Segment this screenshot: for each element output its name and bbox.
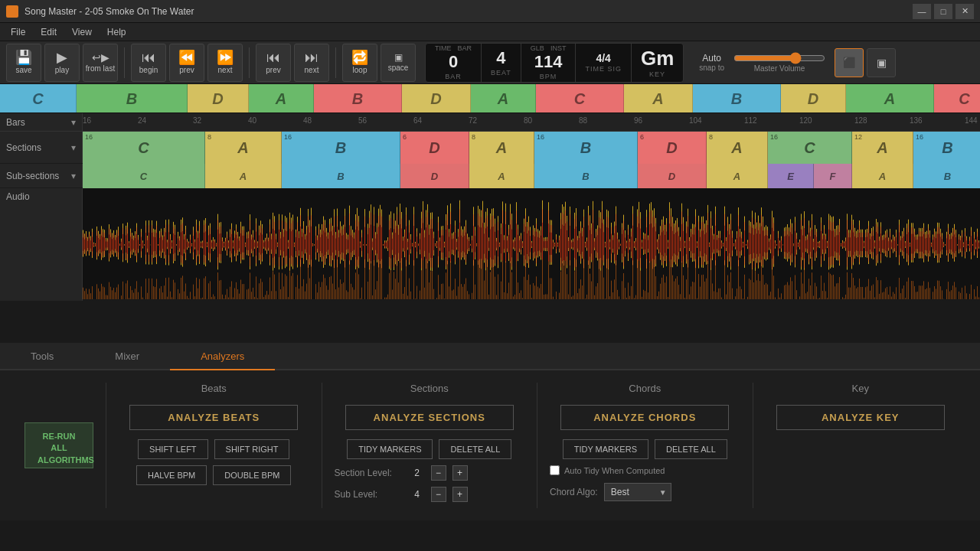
double-bpm-button[interactable]: DOUBLE BPM bbox=[213, 465, 291, 485]
save-button[interactable]: 💾 save bbox=[6, 44, 41, 82]
menu-file[interactable]: File bbox=[3, 25, 33, 39]
menu-edit[interactable]: Edit bbox=[33, 25, 64, 39]
transport-display: TIME BAR 0 BAR 4 BEAT GLB INST 114 BPM 4… bbox=[425, 43, 684, 83]
next-label: next bbox=[218, 66, 233, 74]
subsection-seg-7[interactable]: A bbox=[707, 164, 768, 188]
sections-label-text: Sections bbox=[6, 142, 41, 153]
prev2-button[interactable]: ⏮ prev bbox=[256, 44, 291, 82]
begin-button[interactable]: ⏮ begin bbox=[131, 44, 166, 82]
minimize-button[interactable]: — bbox=[913, 4, 931, 19]
sections-action-row: TIDY MARKERS DELETE ALL bbox=[347, 439, 511, 459]
tab-tools[interactable]: Tools bbox=[0, 343, 84, 370]
tidy-markers-sections-button[interactable]: TIDY MARKERS bbox=[347, 439, 433, 459]
section-seg-6[interactable]: 6D bbox=[638, 132, 707, 164]
subsection-seg-2[interactable]: B bbox=[282, 164, 400, 188]
chords-title: Chords bbox=[629, 383, 661, 394]
section-seg-label-2: B bbox=[335, 139, 346, 157]
section-seg-2[interactable]: 16B bbox=[282, 132, 400, 164]
section-seg-7[interactable]: 8A bbox=[707, 132, 768, 164]
auto-tidy-label: Auto Tidy When Computed bbox=[564, 466, 665, 475]
tab-analyzers[interactable]: Analyzers bbox=[170, 343, 275, 370]
bottom-view-button[interactable]: ⬛ bbox=[835, 48, 864, 77]
vol-label: Master Volume bbox=[754, 64, 805, 73]
subsection-seg-5[interactable]: B bbox=[534, 164, 638, 188]
analyze-chords-button[interactable]: ANALYZE CHORDS bbox=[560, 405, 729, 430]
beats-bpm-row: HALVE BPM DOUBLE BPM bbox=[136, 465, 291, 485]
sub-level-minus-button[interactable]: − bbox=[431, 487, 446, 502]
section-seg-0[interactable]: 16C bbox=[83, 132, 205, 164]
close-button[interactable]: ✕ bbox=[956, 4, 974, 19]
section-seg-1[interactable]: 8A bbox=[205, 132, 282, 164]
begin-icon: ⏮ bbox=[142, 51, 155, 64]
subsection-seg-0[interactable]: C bbox=[83, 164, 205, 188]
subsection-seg-3[interactable]: D bbox=[400, 164, 469, 188]
subsection-seg-11[interactable]: B bbox=[913, 164, 980, 188]
subsections-collapse-icon[interactable]: ▾ bbox=[71, 171, 76, 181]
delete-all-chords-button[interactable]: DELETE ALL bbox=[655, 439, 727, 459]
shift-left-button[interactable]: SHIFT LEFT bbox=[138, 439, 208, 459]
section-seg-4[interactable]: 8A bbox=[469, 132, 534, 164]
analyze-beats-button[interactable]: ANALYZE BEATS bbox=[129, 405, 298, 430]
menu-view[interactable]: View bbox=[64, 25, 100, 39]
analyze-key-button[interactable]: ANALYZE KEY bbox=[776, 405, 945, 430]
strip-block-11: A bbox=[846, 84, 934, 113]
tab-mixer[interactable]: Mixer bbox=[84, 343, 170, 370]
tidy-markers-chords-button[interactable]: TIDY MARKERS bbox=[563, 439, 648, 459]
rerun-all-button[interactable]: RE-RUN ALLALGORITHMS bbox=[24, 422, 93, 468]
section-level-value: 2 bbox=[410, 468, 425, 478]
subsection-seg-10[interactable]: A bbox=[852, 164, 913, 188]
subsection-seg-9[interactable]: F bbox=[814, 164, 852, 188]
section-seg-3[interactable]: 6D bbox=[400, 132, 469, 164]
auto-tidy-checkbox[interactable] bbox=[550, 465, 560, 475]
prev-icon: ⏪ bbox=[178, 51, 195, 64]
shift-right-button[interactable]: SHIFT RIGHT bbox=[214, 439, 290, 459]
sections-collapse-icon[interactable]: ▾ bbox=[71, 142, 76, 153]
sections-track-content[interactable]: 16C8A16B6D8A16B6D8A16C12A16B6D20A9C bbox=[83, 132, 980, 164]
loop-button[interactable]: 🔁 loop bbox=[342, 44, 377, 82]
chord-algo-select[interactable]: Best Simple Advanced bbox=[604, 483, 671, 501]
halve-bpm-button[interactable]: HALVE BPM bbox=[136, 465, 207, 485]
next-button[interactable]: ⏩ next bbox=[207, 44, 243, 82]
transport-bpm-cell: GLB INST 114 BPM bbox=[521, 44, 577, 82]
next2-button[interactable]: ⏭ next bbox=[294, 44, 329, 82]
section-level-minus-button[interactable]: − bbox=[431, 465, 446, 481]
subsection-seg-1[interactable]: A bbox=[205, 164, 282, 188]
key-label: KEY bbox=[649, 70, 665, 78]
prev-button[interactable]: ⏪ prev bbox=[169, 44, 204, 82]
bars-collapse-icon[interactable]: ▾ bbox=[71, 117, 76, 128]
bpm-label: BPM bbox=[540, 73, 557, 80]
section-level-row: Section Level: 2 − + bbox=[335, 465, 525, 481]
volume-slider[interactable] bbox=[733, 52, 825, 64]
play-button[interactable]: ▶ play bbox=[44, 44, 80, 82]
side-view-button[interactable]: ▣ bbox=[867, 48, 896, 77]
subsections-row: Sub-sections ▾ CABDABDAEFABDAC bbox=[0, 164, 980, 188]
from-last-button[interactable]: ↩▶ from last bbox=[83, 44, 118, 82]
section-seg-10[interactable]: 16B bbox=[913, 132, 980, 164]
subsection-seg-4[interactable]: A bbox=[469, 164, 534, 188]
beat-value: 4 bbox=[496, 48, 505, 68]
maximize-button[interactable]: □ bbox=[934, 4, 952, 19]
space-button[interactable]: ▣ space bbox=[381, 44, 416, 82]
next-icon: ⏩ bbox=[217, 51, 234, 64]
section-seg-9[interactable]: 12A bbox=[852, 132, 913, 164]
analyze-sections-button[interactable]: ANALYZE SECTIONS bbox=[345, 405, 514, 430]
sub-level-plus-button[interactable]: + bbox=[452, 487, 468, 502]
chords-action-row: TIDY MARKERS DELETE ALL bbox=[563, 439, 727, 459]
section-level-plus-button[interactable]: + bbox=[452, 465, 468, 481]
section-seg-label-0: C bbox=[138, 139, 149, 157]
strip-block-6: A bbox=[471, 84, 536, 113]
section-seg-8[interactable]: 16C bbox=[768, 132, 852, 164]
bars-label-text: Bars bbox=[6, 117, 25, 128]
strip-block-2: D bbox=[188, 84, 249, 113]
from-last-label: from last bbox=[86, 64, 115, 73]
section-seg-5[interactable]: 16B bbox=[534, 132, 638, 164]
section-seg-label-10: B bbox=[942, 139, 952, 157]
subsections-track-content[interactable]: CABDABDAEFABDAC bbox=[83, 164, 980, 188]
menu-help[interactable]: Help bbox=[100, 25, 134, 39]
subsection-seg-8[interactable]: E bbox=[768, 164, 814, 188]
delete-all-sections-button[interactable]: DELETE ALL bbox=[439, 439, 511, 459]
window-title: Song Master - 2-05 Smoke On The Water bbox=[24, 6, 194, 17]
subsection-seg-6[interactable]: D bbox=[638, 164, 707, 188]
beat-label: BEAT bbox=[491, 69, 511, 77]
section-seg-label-5: B bbox=[580, 139, 591, 157]
